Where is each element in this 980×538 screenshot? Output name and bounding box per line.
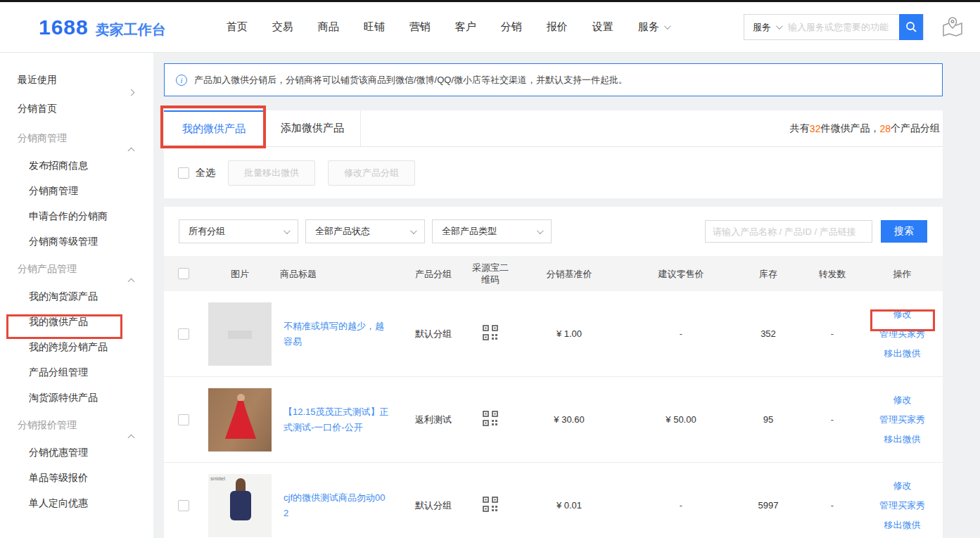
- seller-workbench-page: 1688 卖家工作台 首页 交易 商品 旺铺 营销 客户 分销 报价 设置 服务…: [0, 0, 980, 538]
- sidebar-section-distribution-product-management[interactable]: 分销产品管理: [0, 254, 153, 283]
- tab-my-weigong-products[interactable]: 我的微供产品: [164, 110, 264, 146]
- nav-item-trade[interactable]: 交易: [272, 20, 293, 34]
- modify-group-button[interactable]: 修改产品分组: [328, 160, 415, 186]
- select-value: 所有分组: [189, 225, 225, 238]
- base-price: ¥ 1.00: [510, 328, 628, 339]
- product-image[interactable]: [208, 388, 272, 451]
- search-category-select[interactable]: 服务: [753, 21, 781, 34]
- col-header-title: 商品标题: [276, 268, 396, 280]
- qrcode-icon[interactable]: [482, 410, 499, 429]
- stock: 5997: [734, 500, 803, 511]
- summary-part: 个产品分组: [891, 122, 940, 135]
- sidebar-item-recently-used[interactable]: 最近使用: [0, 65, 153, 94]
- sidebar-item-weigong-products[interactable]: 我的微供产品: [0, 309, 153, 334]
- table-row: snidel cjf的微供测试商品勿动002 默认分组 ¥ 0.01 -: [164, 463, 943, 538]
- summary-part: 共有: [790, 122, 810, 135]
- nav-item-distribution[interactable]: 分销: [501, 20, 522, 34]
- nav-item-services[interactable]: 服务: [638, 20, 669, 34]
- qrcode-icon[interactable]: [482, 496, 499, 515]
- chevron-down-icon: [410, 227, 417, 234]
- sidebar-item-cooperation-applicants[interactable]: 申请合作的分销商: [0, 203, 153, 229]
- sidebar-item-label: 产品分组管理: [29, 366, 88, 378]
- search-category-label: 服务: [753, 21, 771, 34]
- sidebar-item-label: 分销商等级管理: [29, 236, 98, 247]
- top-header: 1688 卖家工作台 首页 交易 商品 旺铺 营销 客户 分销 报价 设置 服务…: [0, 2, 980, 53]
- sitemap-icon[interactable]: [941, 16, 965, 39]
- base-price: ¥ 30.60: [510, 414, 628, 425]
- status-filter-select[interactable]: 全部产品状态: [305, 219, 425, 243]
- nav-item-shop[interactable]: 旺铺: [364, 20, 385, 34]
- search-button[interactable]: 搜索: [881, 220, 927, 243]
- remove-from-weigong-link[interactable]: 移出微供: [862, 515, 943, 535]
- nav-item-product[interactable]: 商品: [318, 20, 339, 34]
- sidebar-item-taohuoyuan-special-products[interactable]: 淘货源特供产品: [0, 385, 153, 410]
- sidebar-item-label: 我的微供产品: [29, 316, 88, 327]
- sidebar-item-distributor-level-management[interactable]: 分销商等级管理: [0, 229, 153, 254]
- nav-item-quotation[interactable]: 报价: [547, 20, 568, 34]
- nav-item-home[interactable]: 首页: [227, 20, 248, 34]
- group-filter-select[interactable]: 所有分组: [179, 219, 298, 243]
- product-image[interactable]: snidel: [208, 474, 272, 537]
- sidebar-item-taohuoyuan-products[interactable]: 我的淘货源产品: [0, 283, 153, 309]
- sidebar-item-discount-management[interactable]: 分销优惠管理: [0, 440, 153, 465]
- product-search-input[interactable]: [705, 220, 872, 243]
- sidebar-section-quotation-management[interactable]: 分销报价管理: [0, 410, 153, 440]
- sidebar-item-publish-investment-info[interactable]: 发布招商信息: [0, 153, 153, 178]
- forward-count: -: [803, 414, 862, 425]
- row-checkbox[interactable]: [178, 328, 189, 340]
- header-checkbox[interactable]: [178, 268, 189, 279]
- select-all-label: 全选: [196, 167, 215, 179]
- modify-link[interactable]: 修改: [862, 305, 943, 324]
- modify-link[interactable]: 修改: [862, 476, 943, 496]
- sidebar-item-single-item-level-quotation[interactable]: 单品等级报价: [0, 465, 153, 490]
- col-header-image: 图片: [203, 268, 276, 280]
- tab-strip: 我的微供产品 添加微供产品 共有32件微供产品，28个产品分组: [164, 110, 943, 147]
- photo-red-dress: [224, 401, 257, 444]
- type-filter-select[interactable]: 全部产品类型: [432, 219, 552, 243]
- logo-1688[interactable]: 1688 卖家工作台: [39, 15, 166, 39]
- product-title-link[interactable]: 不精准或填写的越少，越容易: [284, 319, 389, 350]
- header-search-input[interactable]: [788, 22, 899, 32]
- sidebar-item-distributor-management[interactable]: 分销商管理: [0, 178, 153, 203]
- sidebar-item-product-group-management[interactable]: 产品分组管理: [0, 359, 153, 385]
- product-title-link[interactable]: 【12.15茂茂正式测试】正式测试-一口价-公开: [284, 404, 389, 435]
- sidebar-item-label: 分销首页: [18, 103, 57, 114]
- header-search-button[interactable]: [899, 14, 923, 40]
- summary-products-count: 32: [810, 123, 821, 134]
- nav-item-marketing[interactable]: 营销: [409, 20, 431, 34]
- nav-item-settings[interactable]: 设置: [592, 20, 613, 34]
- tabs-card: 我的微供产品 添加微供产品 共有32件微供产品，28个产品分组 全选 批量移出微…: [164, 110, 943, 198]
- sidebar-item-cross-border-products[interactable]: 我的跨境分销产品: [0, 334, 153, 359]
- qrcode-icon[interactable]: [482, 324, 499, 343]
- stock: 95: [734, 414, 803, 425]
- manage-buyer-show-link[interactable]: 管理买家秀: [862, 324, 943, 344]
- remove-from-weigong-link[interactable]: 移出微供: [862, 344, 943, 364]
- info-icon: [176, 75, 187, 86]
- sidebar-item-label: 申请合作的分销商: [29, 210, 108, 222]
- select-all-checkbox[interactable]: [178, 167, 189, 179]
- forward-count: -: [803, 328, 862, 339]
- product-title-link[interactable]: cjf的微供测试商品勿动002: [284, 490, 389, 521]
- sidebar-item-label: 我的跨境分销产品: [29, 341, 108, 352]
- manage-buyer-show-link[interactable]: 管理买家秀: [862, 410, 943, 430]
- col-header-forward-count: 转发数: [803, 268, 862, 280]
- row-checkbox[interactable]: [178, 500, 189, 511]
- remove-from-weigong-link[interactable]: 移出微供: [862, 430, 943, 449]
- sidebar-item-label: 最近使用: [18, 74, 57, 85]
- select-value: 全部产品类型: [442, 225, 497, 238]
- nav-item-customer[interactable]: 客户: [455, 20, 476, 34]
- chevron-down-icon: [664, 23, 671, 30]
- sidebar-item-distribution-home[interactable]: 分销首页: [0, 94, 153, 123]
- bulk-toolbar: 全选 批量移出微供 修改产品分组: [164, 147, 943, 198]
- product-list-card: 所有分组 全部产品状态 全部产品类型 搜索 图片: [164, 207, 943, 538]
- batch-remove-button[interactable]: 批量移出微供: [228, 160, 315, 186]
- product-group: 返利测试: [396, 414, 471, 426]
- sidebar-item-individual-targeted-discount[interactable]: 单人定向优惠: [0, 490, 153, 515]
- sidebar-section-distributor-management[interactable]: 分销商管理: [0, 123, 153, 153]
- manage-buyer-show-link[interactable]: 管理买家秀: [862, 496, 943, 515]
- modify-link[interactable]: 修改: [862, 390, 943, 410]
- row-checkbox[interactable]: [178, 414, 189, 425]
- table-row: 【12.15茂茂正式测试】正式测试-一口价-公开 返利测试 ¥ 30.60 ¥ …: [164, 377, 943, 463]
- product-image[interactable]: [208, 302, 272, 366]
- tab-add-weigong-products[interactable]: 添加微供产品: [264, 110, 361, 146]
